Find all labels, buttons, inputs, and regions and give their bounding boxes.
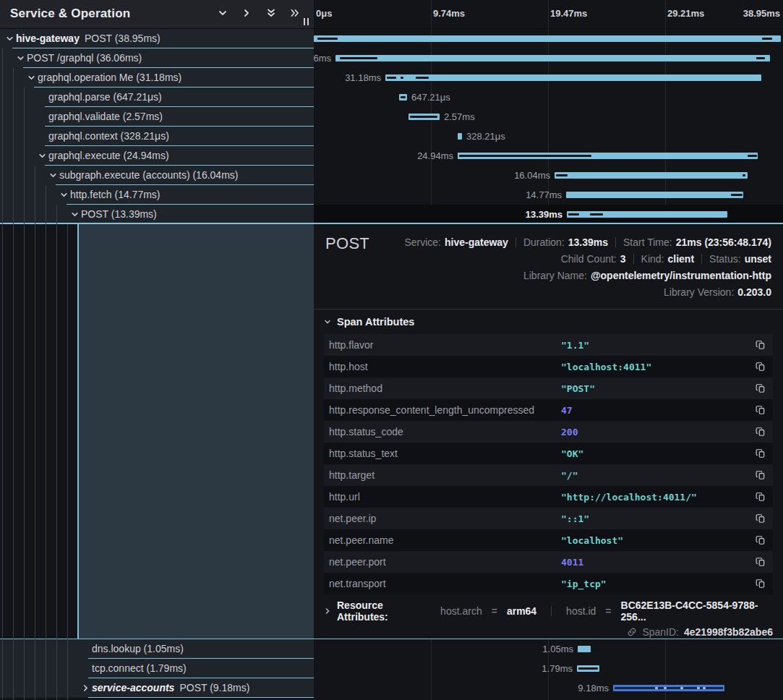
ruler-tick: 0μs <box>316 8 332 19</box>
span-attributes-toggle[interactable]: Span Attributes <box>324 310 773 334</box>
ruler-tick: 29.21ms <box>667 8 704 19</box>
status-label: Status: <box>709 253 741 265</box>
chevron-down-icon[interactable] <box>49 171 57 179</box>
span-bar[interactable] <box>335 55 770 61</box>
indent-guide <box>2 48 3 700</box>
span-bar[interactable] <box>578 646 591 652</box>
span-bar[interactable] <box>567 211 727 218</box>
service-operation-header: Service & Operation <box>0 0 314 29</box>
span-bar[interactable] <box>399 94 407 101</box>
link-icon[interactable] <box>627 627 637 637</box>
operation-name: tcp.connect (1.79ms) <box>92 662 187 674</box>
chevron-down-icon[interactable] <box>6 35 14 43</box>
span-bar[interactable] <box>458 133 462 140</box>
span-row-post-graphql[interactable]: POST /graphql (36.06ms) <box>0 48 314 68</box>
operation-name: POST (13.39ms) <box>81 208 157 220</box>
attribute-row: net.peer.name"localhost" <box>324 529 773 551</box>
chevron-right-icon[interactable] <box>241 7 252 19</box>
span-row-graphql-parse[interactable]: graphql.parse (647.21μs) <box>0 88 314 107</box>
copy-icon[interactable] <box>756 362 766 372</box>
chevron-down-icon[interactable] <box>27 74 35 82</box>
attribute-row: http.host"localhost:4011" <box>324 356 773 377</box>
copy-icon[interactable] <box>756 513 766 524</box>
service-label: Service: <box>404 236 441 248</box>
operation-name: graphql.context (328.21μs) <box>48 130 169 142</box>
span-row-graphql-context[interactable]: graphql.context (328.21μs) <box>0 127 314 146</box>
ruler-tick: 9.74ms <box>433 8 465 19</box>
resource-attributes-toggle[interactable]: Resource Attributes: host.arch=arm64 hos… <box>324 600 773 622</box>
span-row-service-accounts[interactable]: service-accountsPOST (9.18ms) <box>0 678 314 698</box>
span-row-post-selected[interactable]: POST (13.39ms) <box>0 205 314 224</box>
copy-icon[interactable] <box>756 535 766 545</box>
copy-icon[interactable] <box>756 405 766 415</box>
span-bar[interactable] <box>314 35 781 42</box>
timeline-row-selected[interactable]: 13.39ms <box>314 205 783 224</box>
copy-icon[interactable] <box>756 383 766 393</box>
timeline-row[interactable]: 16.04ms <box>314 166 783 185</box>
span-bar[interactable] <box>613 685 724 691</box>
kind-label: Kind: <box>641 253 664 265</box>
operation-name: graphql.operation Me (31.18ms) <box>38 72 181 83</box>
copy-icon[interactable] <box>756 557 766 567</box>
chevron-right-icon <box>324 607 331 615</box>
copy-icon[interactable] <box>756 579 766 589</box>
library-name-label: Library Name: <box>523 270 587 281</box>
timeline-row[interactable]: 2.57ms <box>314 107 783 127</box>
chevron-down-icon[interactable] <box>38 152 46 160</box>
attribute-row: http.status_text"OK" <box>324 443 773 464</box>
operation-name: graphql.parse (647.21μs) <box>48 91 162 103</box>
status-value: unset <box>745 253 771 265</box>
span-attributes-table: http.flavor"1.1" http.host"localhost:401… <box>324 334 773 594</box>
start-time-value: 21ms (23:56:48.174) <box>676 236 771 248</box>
span-bar[interactable] <box>555 172 748 179</box>
span-row-hive-gateway-post[interactable]: hive-gatewayPOST (38.95ms) <box>0 29 314 48</box>
attribute-row: net.peer.ip"::1" <box>324 508 773 529</box>
timeline-row[interactable]: 328.21μs <box>314 127 783 146</box>
span-bar[interactable] <box>458 153 758 159</box>
timeline-row[interactable]: 647.21μs <box>314 88 783 107</box>
span-row-graphql-validate[interactable]: graphql.validate (2.57ms) <box>0 107 314 127</box>
chevron-down-icon[interactable] <box>71 210 79 218</box>
timeline-row[interactable]: 38.95ms <box>314 29 783 48</box>
span-row-graphql-execute[interactable]: graphql.execute (24.94ms) <box>0 146 314 166</box>
timeline-row[interactable]: 9.18ms <box>314 678 783 698</box>
double-chevron-down-icon[interactable] <box>265 7 277 19</box>
span-bar[interactable] <box>385 74 761 81</box>
copy-icon[interactable] <box>756 427 766 437</box>
span-bar[interactable] <box>408 114 440 120</box>
double-chevron-right-icon[interactable] <box>289 7 301 19</box>
span-row-dns-lookup[interactable]: dns.lookup (1.05ms) <box>0 639 314 659</box>
chevron-right-icon[interactable] <box>82 684 90 692</box>
operation-name: POST (9.18ms) <box>179 682 249 693</box>
copy-icon[interactable] <box>756 448 766 458</box>
chevron-down-icon[interactable] <box>60 191 68 199</box>
start-time-label: Start Time: <box>623 236 672 248</box>
chevron-down-icon <box>324 318 331 325</box>
attribute-row: http.url"http://localhost:4011/" <box>324 486 773 508</box>
span-row-tcp-connect[interactable]: tcp.connect (1.79ms) <box>0 659 314 678</box>
span-id-label: SpanID: <box>642 626 679 638</box>
timeline-row[interactable]: 36.06ms <box>314 48 783 68</box>
copy-icon[interactable] <box>756 470 766 480</box>
timeline-row[interactable]: 31.18ms <box>314 68 783 88</box>
span-row-subgraph-execute[interactable]: subgraph.execute (accounts) (16.04ms) <box>0 166 314 185</box>
timeline-row[interactable]: 14.77ms <box>314 185 783 205</box>
library-name-value: @opentelemetry/instrumentation-http <box>591 270 771 281</box>
chevron-down-icon[interactable] <box>217 7 228 19</box>
chevron-down-icon[interactable] <box>17 54 25 62</box>
attribute-row: http.status_code200 <box>324 421 773 443</box>
span-bar[interactable] <box>577 665 599 672</box>
copy-icon[interactable] <box>756 340 766 350</box>
timeline-row[interactable]: 24.94ms <box>314 146 783 166</box>
span-row-http-fetch[interactable]: http.fetch (14.77ms) <box>0 185 314 205</box>
operation-name: http.fetch (14.77ms) <box>70 189 161 200</box>
selected-span-region <box>77 224 314 639</box>
indent-guide <box>46 185 46 700</box>
timeline-row[interactable]: 1.79ms <box>314 659 783 678</box>
panel-resize-handle[interactable] <box>304 18 309 25</box>
timeline-row[interactable]: 1.05ms <box>314 639 783 659</box>
span-row-graphql-operation[interactable]: graphql.operation Me (31.18ms) <box>0 68 314 88</box>
copy-icon[interactable] <box>756 492 766 502</box>
span-bar[interactable] <box>566 192 743 198</box>
service-name: hive-gateway <box>16 33 80 44</box>
